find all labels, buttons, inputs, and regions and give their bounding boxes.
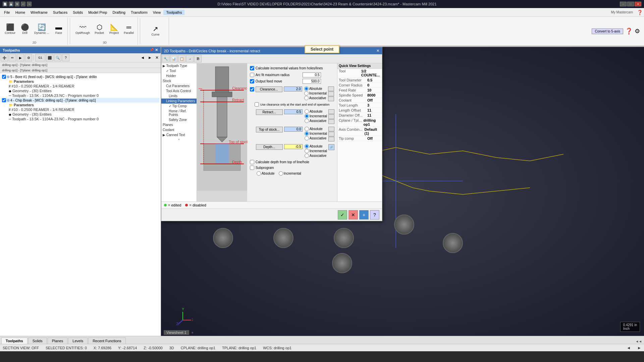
tree-item-geo5[interactable]: ◆ Geometry - (30) Entities (1, 88, 159, 93)
viewsheet-tab[interactable]: Viewsheet 1 (164, 330, 189, 335)
top-of-stock-input[interactable] (284, 127, 303, 132)
menu-file[interactable]: File (1, 10, 13, 15)
ribbon-btn-parallel[interactable]: ═ Parallel (122, 23, 136, 35)
convert-to-5axis-btn[interactable]: Convert to 5-axis (592, 28, 623, 34)
calc-depth-top-check[interactable] (250, 160, 254, 164)
close-button[interactable]: ✕ (635, 2, 641, 6)
ribbon-btn-project[interactable]: 📐 Project (107, 22, 121, 35)
left-panel-close2[interactable]: ✕ (154, 55, 160, 60)
tp-toolbar-help[interactable]: ? (62, 54, 69, 61)
tp-tool-btn-5[interactable]: 🖹 (194, 55, 202, 62)
retract-absolute-option[interactable]: Absolute (305, 109, 327, 114)
menu-wireframe[interactable]: Wireframe (28, 10, 50, 15)
depth-button[interactable]: Depth... (256, 144, 283, 150)
clearance-lock-2[interactable] (328, 92, 334, 96)
ribbon-btn-pocket[interactable]: ⬡ Pocket (93, 22, 106, 35)
tp-tree-tip-comp[interactable]: ✓ Tip Comp (161, 104, 197, 109)
tp-tool-btn-4[interactable]: → (186, 55, 194, 62)
top-stock-incremental-option[interactable]: Incremental (305, 131, 327, 136)
clearance-incremental-option[interactable]: Incremental (304, 91, 327, 96)
ribbon-btn-optirough[interactable]: 〰 OptiRough (74, 23, 91, 35)
depth-incremental-option[interactable]: Incremental (305, 149, 327, 153)
tp-tree-linking[interactable]: Linking Parameters (161, 99, 197, 104)
tab-planes[interactable]: Planes (48, 338, 68, 344)
subprogram-check[interactable] (250, 166, 254, 170)
depth-input[interactable] (284, 144, 303, 149)
top-stock-absolute-option[interactable]: Absolute (305, 127, 327, 131)
tp-toolbar-select[interactable]: ⬛ (46, 54, 53, 61)
clearance-checkbox[interactable] (250, 87, 254, 92)
tp-toolbar-settings[interactable]: ⚙ (25, 54, 32, 61)
tp-toolbar-g1[interactable]: G1 (35, 54, 45, 61)
depth-link-icon[interactable]: 🔗 (328, 144, 334, 150)
tp-tree-canned[interactable]: ▶ Canned Text (161, 132, 197, 137)
tree-item-path5[interactable]: ─ Toolpath - 13.5K - 1104A-23.NC - Progr… (1, 93, 159, 98)
help-icon[interactable]: ❓ (637, 10, 643, 15)
clearance-lock-1[interactable] (328, 86, 334, 91)
menu-transform[interactable]: Transform (128, 10, 150, 15)
tp-dialog-close[interactable]: ✕ (376, 49, 379, 53)
retract-incremental-option[interactable]: Incremental (305, 114, 327, 118)
top-stock-lock-2[interactable] (328, 132, 334, 136)
menu-home[interactable]: Home (13, 10, 28, 15)
minimize-button[interactable]: ─ (620, 2, 627, 6)
tb-icon-5[interactable]: ↪ (27, 2, 32, 6)
tab-solids[interactable]: Solids (28, 338, 47, 344)
retract-button[interactable]: Retract... (256, 109, 283, 115)
tp-toolbar-filter[interactable]: 🔍 (54, 54, 61, 61)
top-stock-lock-3[interactable] (328, 137, 334, 141)
retract-input[interactable] (284, 109, 303, 114)
toolbar-help-icon[interactable]: ❓ (625, 27, 633, 35)
op4-checkbox[interactable] (2, 98, 6, 102)
top-stock-lock-1[interactable] (328, 127, 334, 131)
menu-model-prep[interactable]: Model Prep (86, 10, 110, 15)
tab-levels[interactable]: Levels (68, 338, 88, 344)
tp-tree-safety[interactable]: Safety Zone (161, 117, 197, 122)
tp-add-button[interactable]: + (359, 210, 369, 220)
viewsheet-add[interactable]: + (192, 330, 194, 335)
tree-item-params5[interactable]: 📁 Parameters (1, 79, 159, 84)
tree-item-tool4a[interactable]: # #10 - 0.2500 REAMER - 1/4 REAMER (1, 107, 159, 112)
tp-tree-home-ref[interactable]: Home / Ref. Points (161, 109, 197, 117)
top-stock-associative-option[interactable]: Associative (305, 136, 327, 140)
ribbon-btn-drill[interactable]: ⚫ Drill (18, 22, 32, 35)
retract-lock-1[interactable] (328, 109, 334, 114)
left-panel-close[interactable]: ✕ (155, 48, 158, 52)
clearance-button[interactable]: Clearance... (256, 86, 282, 92)
arc-max-radius-check[interactable] (250, 73, 254, 77)
tb-icon-4[interactable]: ↩ (21, 2, 25, 6)
tp-tree-cut-params[interactable]: Cut Parameters (161, 83, 197, 88)
tp-ok-button[interactable]: ✓ (338, 210, 347, 220)
clearance-associative-option[interactable]: Associative (304, 96, 327, 100)
toolbar-settings-icon[interactable]: ⚙ (635, 27, 640, 35)
sub-absolute-option[interactable]: Absolute (257, 171, 275, 176)
output-feed-check[interactable] (250, 79, 254, 83)
tree-item-path4[interactable]: ─ Toolpath - 13.5K - 1104A-23.NC - Progr… (1, 117, 159, 121)
my-mastercam[interactable]: My Mastercam (611, 10, 633, 14)
tree-item-tool5a[interactable]: # #10 - 0.2500 REAMER - 1/4 REAMER (1, 84, 159, 88)
retract-lock-2[interactable] (328, 114, 334, 119)
menu-surfaces[interactable]: Surfaces (50, 10, 70, 15)
tp-tree-stock[interactable]: Stock (161, 78, 197, 83)
left-panel-expand[interactable]: ► (147, 55, 153, 60)
tree-item-op5[interactable]: ⚙ 5 - Bore #1 (feed out) - [WCS: drillin… (1, 74, 159, 79)
tp-toolbar-edit[interactable]: ✏ (9, 54, 16, 61)
arc-max-radius-input[interactable] (303, 72, 321, 77)
maximize-button[interactable]: □ (627, 2, 634, 6)
panel-collapse-btn[interactable]: ◄◄ (633, 339, 644, 344)
status-scroll-left[interactable]: ◄ (627, 346, 631, 350)
depth-absolute-option[interactable]: Absolute (305, 144, 327, 148)
tp-tree-tool-axis[interactable]: Tool Axis Control (161, 88, 197, 94)
tp-toolbar-add[interactable]: ➕ (1, 54, 8, 61)
retract-lock-3[interactable] (328, 119, 334, 124)
ribbon-btn-curve[interactable]: ↗ Curve (149, 24, 162, 37)
select-point-button[interactable]: Select point (305, 45, 339, 53)
use-clearance-only-check[interactable] (255, 102, 259, 107)
top-of-stock-button[interactable]: Top of stock... (256, 127, 283, 132)
tb-icon-2[interactable]: 💾 (9, 2, 13, 6)
tree-item-geo4[interactable]: ◆ Geometry - (30) Entities (1, 112, 159, 117)
tp-tree-coolant[interactable]: Coolant (161, 127, 197, 132)
tb-icon-1[interactable]: 📄 (3, 2, 7, 6)
clearance-absolute-option[interactable]: Absolute (304, 86, 327, 91)
tree-item-op4[interactable]: ⚙ 4 - Chip Break - [WCS: drilling op1] -… (1, 98, 159, 103)
